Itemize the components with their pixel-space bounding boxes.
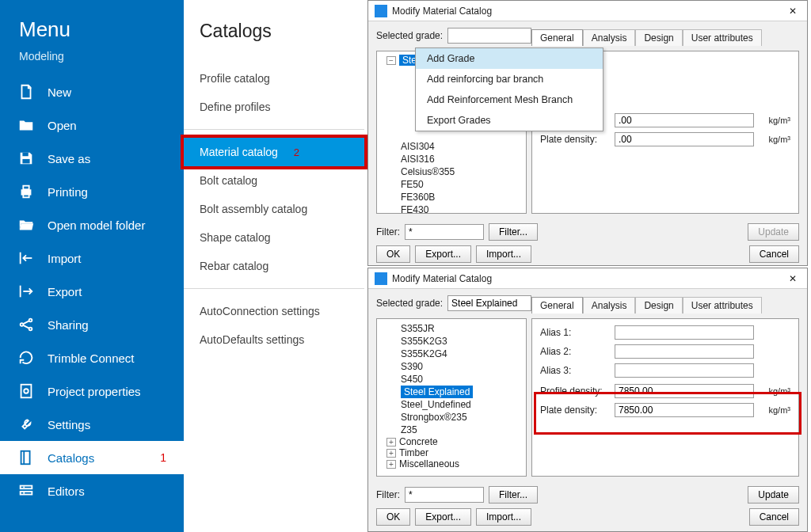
cat-material-catalog[interactable]: Material catalog 2 — [184, 138, 364, 166]
filter-input[interactable] — [405, 487, 484, 503]
material-tree[interactable]: S355JR S355K2G3 S355K2G4 S390 S450 Steel… — [376, 318, 527, 477]
menu-settings[interactable]: Settings — [0, 408, 184, 441]
title-bar[interactable]: Modify Material Catalog ✕ — [368, 268, 807, 289]
tree-item[interactable]: S450 — [380, 373, 523, 386]
menu-title: Menu — [0, 11, 184, 50]
export-button[interactable]: Export... — [415, 508, 471, 526]
filter-input[interactable] — [405, 224, 484, 240]
selected-grade-input[interactable] — [447, 28, 531, 44]
menu-catalogs[interactable]: Catalogs 1 — [0, 441, 184, 474]
tree-item[interactable]: S355K2G4 — [380, 348, 523, 360]
menu-new[interactable]: New — [0, 75, 184, 108]
cancel-button[interactable]: Cancel — [749, 245, 799, 263]
tree-branch[interactable]: +Miscellaneous — [380, 458, 523, 469]
tree-item[interactable]: Steel_Undefined — [380, 398, 523, 411]
plate-density-label: Plate density: — [540, 134, 610, 145]
tree-branch[interactable]: +Timber — [380, 447, 523, 458]
tree-item[interactable]: S355K2G3 — [380, 335, 523, 348]
cat-define-profiles[interactable]: Define profiles — [184, 93, 364, 121]
import-button[interactable]: Import... — [476, 245, 531, 263]
ctx-add-rebar-branch[interactable]: Add reinforcing bar branch — [416, 69, 603, 89]
partial-density-input[interactable] — [615, 113, 754, 127]
menu-printing[interactable]: Printing — [0, 175, 184, 208]
tab-design[interactable]: Design — [635, 297, 682, 314]
ctx-export-grades[interactable]: Export Grades — [416, 110, 603, 131]
cat-rebar-catalog[interactable]: Rebar catalog — [184, 252, 364, 280]
menu-import[interactable]: Import — [0, 241, 184, 275]
menu-editors[interactable]: Editors — [0, 474, 184, 507]
close-icon[interactable]: ✕ — [783, 273, 802, 284]
tree-item-selected[interactable]: Steel Explained — [401, 386, 473, 398]
tree-item[interactable]: FE360B — [380, 191, 523, 203]
share-icon — [17, 316, 35, 333]
import-icon — [17, 249, 35, 267]
context-menu: Add Grade Add reinforcing bar branch Add… — [415, 48, 603, 131]
save-icon — [17, 150, 35, 167]
update-button[interactable]: Update — [748, 486, 799, 504]
cat-autodef[interactable]: AutoDefaults settings — [184, 325, 364, 354]
tab-analysis[interactable]: Analysis — [583, 297, 636, 314]
import-button[interactable]: Import... — [476, 508, 531, 526]
tab-general[interactable]: General — [531, 29, 583, 46]
folder-open-icon — [17, 216, 35, 234]
tree-item[interactable]: Z35 — [380, 424, 523, 436]
tree-item[interactable]: Celsius®355 — [380, 165, 523, 178]
tree-item[interactable]: Strongbox®235 — [380, 411, 523, 424]
unit-label: kg/m³ — [759, 386, 790, 396]
menu-label: Catalogs — [48, 451, 94, 465]
alias1-input[interactable] — [615, 325, 754, 340]
ctx-add-mesh-branch[interactable]: Add Reinforcement Mesh Branch — [416, 89, 603, 110]
tree-item[interactable]: FE430 — [380, 203, 523, 214]
menu-export[interactable]: Export — [0, 275, 184, 308]
cat-bolt-assembly[interactable]: Bolt assembly catalog — [184, 195, 364, 223]
menu-sharing[interactable]: Sharing — [0, 308, 184, 341]
separator — [184, 129, 364, 130]
menu-project-props[interactable]: Project properties — [0, 374, 184, 408]
dialog-title: Modify Material Catalog — [392, 273, 492, 284]
filter-button[interactable]: Filter... — [489, 486, 538, 504]
tab-user-attrs[interactable]: User attributes — [683, 29, 762, 46]
tab-analysis[interactable]: Analysis — [583, 29, 636, 46]
properties-icon — [17, 382, 35, 400]
menu-saveas[interactable]: Save as — [0, 142, 184, 175]
tab-general[interactable]: General — [531, 297, 583, 314]
tab-design[interactable]: Design — [635, 29, 682, 46]
title-bar[interactable]: Modify Material Catalog ✕ — [368, 1, 807, 21]
svg-rect-0 — [22, 153, 28, 157]
cancel-button[interactable]: Cancel — [749, 508, 799, 526]
menu-open-folder[interactable]: Open model folder — [0, 208, 184, 241]
tree-item[interactable]: AISI316 — [380, 153, 523, 165]
tab-user-attrs[interactable]: User attributes — [683, 297, 762, 314]
tree-item[interactable]: AISI304 — [380, 140, 523, 153]
alias3-input[interactable] — [615, 363, 754, 378]
alias2-input[interactable] — [615, 344, 754, 359]
profile-density-label: Profile density: — [540, 386, 610, 397]
profile-density-input[interactable] — [615, 384, 754, 398]
tree-branch[interactable]: +Concrete — [380, 436, 523, 447]
panel-title: Catalogs — [184, 14, 364, 64]
menu-label: Import — [48, 252, 82, 265]
cat-autoconn[interactable]: AutoConnection settings — [184, 297, 364, 325]
tree-item[interactable]: S390 — [380, 360, 523, 373]
ctx-add-grade[interactable]: Add Grade — [416, 48, 603, 69]
selected-grade-input[interactable] — [447, 295, 531, 311]
filter-button[interactable]: Filter... — [489, 223, 538, 241]
selected-grade-label: Selected grade: — [376, 298, 443, 309]
app-icon — [375, 5, 387, 17]
plate-density-input[interactable] — [615, 403, 754, 417]
export-button[interactable]: Export... — [415, 245, 471, 263]
ok-button[interactable]: OK — [376, 245, 410, 263]
cat-bolt-catalog[interactable]: Bolt catalog — [184, 166, 364, 195]
menu-label: Open — [48, 119, 77, 132]
update-button[interactable]: Update — [748, 223, 799, 241]
menu-label: Printing — [48, 185, 88, 199]
tree-item[interactable]: FE50 — [380, 178, 523, 191]
cat-shape-catalog[interactable]: Shape catalog — [184, 223, 364, 252]
menu-trimble[interactable]: Trimble Connect — [0, 341, 184, 374]
ok-button[interactable]: OK — [376, 508, 410, 526]
close-icon[interactable]: ✕ — [783, 6, 802, 17]
plate-density-input[interactable] — [615, 132, 754, 146]
tree-item[interactable]: S355JR — [380, 322, 523, 335]
menu-open[interactable]: Open — [0, 108, 184, 142]
cat-profile-catalog[interactable]: Profile catalog — [184, 64, 364, 93]
